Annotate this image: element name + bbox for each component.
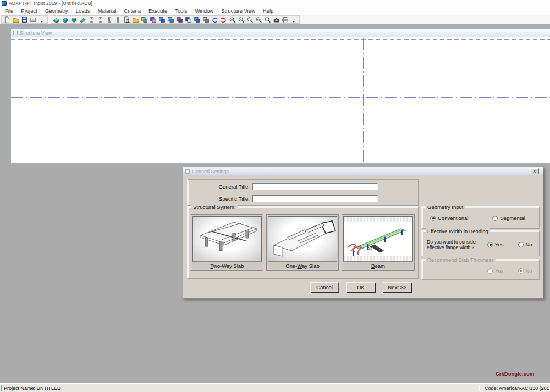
one-way-slab-option[interactable]: One-Way Slab [266, 214, 339, 271]
specific-title-input[interactable] [252, 195, 378, 202]
grid-settings-icon[interactable] [29, 16, 37, 23]
statusbar-project-name: Project Name: UNTITLED [1, 385, 480, 391]
menu-structure-view[interactable]: Structure View [217, 8, 259, 14]
toolbar [0, 15, 550, 24]
material-tool-icon[interactable] [140, 16, 148, 23]
zoom-window-icon[interactable] [255, 16, 263, 23]
support-type-1-icon[interactable] [87, 16, 96, 23]
two-way-slab-option[interactable]: Two-Way Slab [191, 214, 263, 271]
menu-execute[interactable]: Execute [145, 8, 171, 14]
undo-icon[interactable] [211, 16, 219, 23]
dialog-icon [185, 169, 190, 174]
structure-view-titlebar[interactable]: Structure View [11, 29, 550, 37]
swap-view-icon[interactable] [193, 16, 201, 23]
menu-window[interactable]: Window [191, 8, 217, 14]
close-icon[interactable]: X [530, 168, 539, 174]
zoom-out-icon[interactable] [237, 16, 245, 23]
dialog-title: General Settings [192, 169, 229, 174]
structure-view-icon [13, 31, 18, 35]
menu-help[interactable]: Help [259, 8, 278, 14]
save-icon[interactable] [20, 16, 29, 23]
recommend-slab-yes-radio: Yes [487, 268, 504, 274]
general-settings-dialog: General Settings X General Title: Specif… [183, 167, 543, 299]
zoom-document-icon[interactable] [123, 16, 131, 23]
zoom-extents-icon[interactable] [246, 16, 254, 23]
app-titlebar: ADAPT-PT Input 2019 - [Untitled.ADB] [0, 0, 550, 7]
statusbar: Project Name: UNTITLED Code: American-AC… [0, 383, 550, 392]
watermark-text: CrkDongle.com [496, 371, 534, 377]
toolbar-main-group [51, 15, 300, 24]
beam-hatch-top [344, 217, 413, 222]
geometry-input-segmental-radio-circle[interactable] [492, 216, 498, 221]
open-structure-icon[interactable] [131, 16, 140, 23]
geometry-input-conventional-radio[interactable]: Conventional [430, 215, 468, 221]
menu-material[interactable]: Material [94, 8, 120, 14]
recommend-slab-label: Recommend Slab Thickness [426, 257, 496, 263]
menu-loads[interactable]: Loads [72, 8, 94, 14]
column-view-icon[interactable] [70, 16, 78, 23]
structure-view-title: Structure View [20, 30, 52, 36]
geometry-input-segmental-radio[interactable]: Segmental [492, 215, 525, 221]
toolbar-more-icon[interactable] [290, 16, 298, 23]
zoom-previous-icon[interactable] [263, 16, 272, 23]
structure-view-canvas[interactable] [11, 38, 550, 163]
menubar: FileProjectGeometryLoadsMaterialCriteria… [0, 7, 550, 15]
slab-view-icon[interactable] [52, 16, 61, 23]
pencil-cursor-icon [368, 244, 384, 253]
next-button[interactable]: Next >> [383, 282, 411, 292]
two-way-slab-label: Two-Way Slab [193, 261, 262, 269]
beam-label: Beam [343, 261, 413, 269]
tendon-view-icon[interactable] [79, 16, 87, 23]
ok-button[interactable]: OK [346, 282, 375, 292]
two-way-slab-image [193, 216, 262, 261]
gridline-top [11, 39, 550, 40]
effective-width-no-radio[interactable]: No [518, 241, 532, 247]
effective-width-yes-radio[interactable]: Yes [487, 241, 504, 247]
menu-tools[interactable]: Tools [171, 8, 191, 14]
menu-file[interactable]: File [1, 8, 17, 14]
general-title-input[interactable] [252, 183, 378, 190]
beam-drawing [344, 217, 413, 261]
app-icon [2, 1, 7, 6]
beam-view-icon[interactable] [61, 16, 69, 23]
geometry-input-label: Geometry Input [426, 204, 465, 210]
support-type-3-icon[interactable] [105, 16, 113, 23]
statusbar-code: Code: American-ACI318 (201 [482, 385, 550, 391]
specific-title-label: Specific Title: [191, 196, 252, 202]
structure-view-window: Structure View [10, 27, 550, 164]
two-way-slab-drawing [193, 217, 262, 261]
support-type-2-icon[interactable] [96, 16, 105, 23]
tendon-edit-icon[interactable] [175, 16, 184, 23]
recommend-slab-no-radio-circle [518, 268, 524, 274]
criteria-tool-icon[interactable] [149, 16, 157, 23]
menu-project[interactable]: Project [17, 8, 41, 14]
zoom-in-icon[interactable] [228, 16, 237, 23]
annotation-tool-icon[interactable] [184, 16, 193, 23]
beam-option[interactable]: Beam [342, 214, 415, 271]
loads-tool-icon[interactable] [158, 16, 166, 23]
effective-width-groupbox: Effective Width in Bending Do you want t… [422, 231, 540, 256]
menu-geometry[interactable]: Geometry [41, 8, 72, 14]
recommend-slab-groupbox: Recommend Slab Thickness YesNo [422, 260, 540, 280]
redo-icon[interactable] [219, 16, 228, 23]
recommend-slab-no-radio: No [518, 268, 532, 274]
effective-width-yes-radio-circle[interactable] [487, 242, 493, 247]
structural-system-label: Structural System: [191, 204, 238, 210]
draw-tool-icon[interactable] [202, 16, 210, 23]
mesh-tool-icon[interactable] [167, 16, 175, 23]
effective-width-no-radio-circle[interactable] [518, 242, 524, 247]
one-way-slab-image [268, 216, 337, 261]
dialog-titlebar[interactable]: General Settings [183, 167, 543, 175]
menu-criteria[interactable]: Criteria [120, 8, 145, 14]
cancel-button[interactable]: Cancel [310, 282, 339, 292]
gridline-horizontal [11, 97, 550, 98]
new-file-icon[interactable] [3, 16, 11, 23]
one-way-slab-label: One-Way Slab [268, 261, 337, 269]
snapshot-icon[interactable] [272, 16, 280, 23]
geometry-input-conventional-radio-circle[interactable] [430, 216, 436, 221]
open-file-icon[interactable] [12, 16, 20, 23]
file-more-icon[interactable] [38, 16, 46, 23]
beam-image [343, 216, 413, 261]
support-type-4-icon[interactable] [114, 16, 122, 23]
print-icon[interactable] [281, 16, 289, 23]
